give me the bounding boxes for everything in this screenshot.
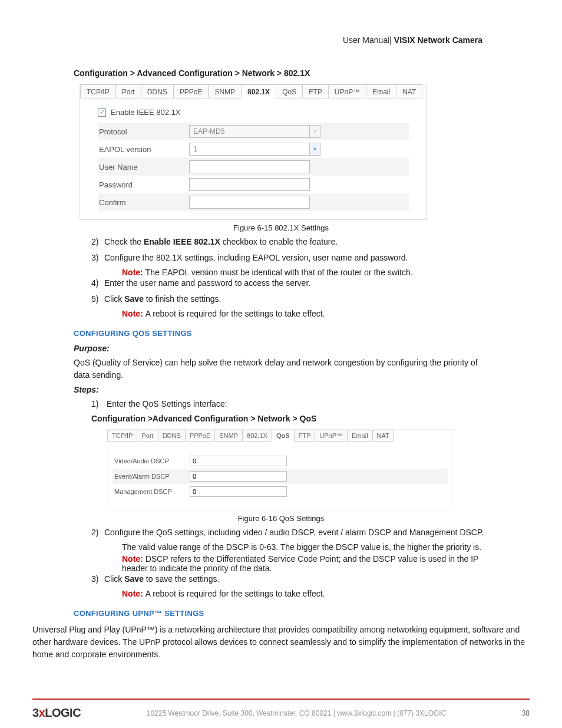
tab-tcpip[interactable]: TCP/IP bbox=[80, 84, 116, 98]
steps-qos-pre: 1) Enter the QoS Settings interface: bbox=[91, 398, 488, 410]
tab-ftp[interactable]: FTP bbox=[302, 84, 329, 98]
note-label: Note: bbox=[122, 589, 146, 598]
tab-qos[interactable]: QoS bbox=[276, 84, 303, 98]
step-extra: The valid value range of the DSCP is 0-6… bbox=[122, 542, 488, 552]
step-item: 4)Enter the user name and password to ac… bbox=[91, 277, 488, 289]
upnp-paragraph: Universal Plug and Play (UPnP™) is a net… bbox=[32, 624, 530, 661]
steps-qos: 2)Configure the QoS settings, including … bbox=[91, 526, 488, 598]
step-note: Note: The EAPOL version must be identica… bbox=[122, 268, 488, 277]
logo-3xlogic: 3xLOGIC bbox=[32, 706, 81, 720]
figure-8021x-settings: TCP/IPPortDDNSPPPoESNMP802.1XQoSFTPUPnP™… bbox=[80, 84, 427, 220]
tab-tcpip[interactable]: TCP/IP bbox=[107, 430, 137, 442]
tab-snmp[interactable]: SNMP bbox=[214, 430, 243, 442]
note-label: Note: bbox=[122, 309, 146, 318]
field-label: EAPOL version bbox=[98, 145, 189, 154]
management-dscp-input[interactable] bbox=[190, 486, 287, 497]
steps-label: Steps: bbox=[74, 385, 488, 394]
chevron-down-icon[interactable]: ▾ bbox=[310, 143, 320, 156]
step-number: 4) bbox=[91, 277, 104, 289]
step-text: Configure the 802.1X settings, including… bbox=[104, 253, 408, 262]
tab-nat[interactable]: NAT bbox=[396, 84, 422, 98]
step-text: Check the Enable IEEE 802.1X checkbox to… bbox=[104, 237, 338, 246]
figure-qos-settings: TCP/IPPortDDNSPPPoESNMP802.1XQoSFTPUPnP™… bbox=[107, 429, 454, 510]
tab-ftp[interactable]: FTP bbox=[294, 430, 316, 442]
protocol-input bbox=[189, 125, 310, 138]
tab-qos[interactable]: QoS bbox=[272, 430, 295, 442]
enable-ieee-8021x-label: Enable IEEE 802.1X bbox=[111, 108, 181, 117]
tab-email[interactable]: Email bbox=[347, 430, 373, 442]
step-text: Click Save to save the settings. bbox=[104, 574, 219, 584]
tabs-8021x: TCP/IPPortDDNSPPPoESNMP802.1XQoSFTPUPnP™… bbox=[80, 84, 427, 100]
tabs-qos: TCP/IPPortDDNSPPPoESNMP802.1XQoSFTPUPnP™… bbox=[107, 430, 454, 443]
header-right: VISIX Network Camera bbox=[394, 35, 482, 45]
tab-upnp[interactable]: UPnP™ bbox=[315, 430, 348, 442]
confirm-input[interactable] bbox=[189, 196, 310, 209]
step-text: Configure the QoS settings, including vi… bbox=[104, 528, 484, 537]
event-alarm-dscp-input[interactable] bbox=[190, 471, 287, 482]
tab-pppoe[interactable]: PPPoE bbox=[173, 84, 209, 98]
form-row: Event/Alarm DSCP bbox=[113, 469, 448, 484]
enable-ieee-8021x-checkbox[interactable]: ✓ bbox=[98, 108, 106, 117]
form-row: Video/Audio DSCP bbox=[113, 453, 448, 469]
tab-pppoe[interactable]: PPPoE bbox=[185, 430, 215, 442]
steps-8021x: 2)Check the Enable IEEE 802.1X checkbox … bbox=[91, 236, 488, 318]
form-row: Protocol▾ bbox=[98, 123, 409, 140]
step-note: Note: A reboot is required for the setti… bbox=[122, 589, 488, 598]
breadcrumb-8021x: Configuration > Advanced Configuration >… bbox=[74, 68, 488, 78]
tab-port[interactable]: Port bbox=[137, 430, 158, 442]
tab-upnp[interactable]: UPnP™ bbox=[328, 84, 366, 98]
step-text: Enter the QoS Settings interface: bbox=[107, 399, 227, 409]
field-label: Protocol bbox=[98, 127, 189, 136]
eapol-version-input[interactable] bbox=[189, 143, 310, 156]
step-item: 2)Check the Enable IEEE 802.1X checkbox … bbox=[91, 236, 488, 248]
tab-nat[interactable]: NAT bbox=[372, 430, 394, 442]
step-number: 1) bbox=[91, 398, 104, 410]
step-item: 3)Configure the 802.1X settings, includi… bbox=[91, 252, 488, 264]
tab-8021x[interactable]: 802.1X bbox=[241, 84, 276, 98]
figure-6-15-caption: Figure 6-15 802.1X Settings bbox=[74, 223, 488, 232]
tab-snmp[interactable]: SNMP bbox=[208, 84, 242, 98]
step-note: Note: A reboot is required for the setti… bbox=[122, 309, 488, 318]
note-label: Note: bbox=[122, 554, 146, 564]
tab-8021x[interactable]: 802.1X bbox=[242, 430, 272, 442]
form-row: EAPOL version▾ bbox=[98, 140, 409, 158]
tab-port[interactable]: Port bbox=[115, 84, 141, 98]
step-number: 5) bbox=[91, 293, 104, 305]
qos-purpose-text: QoS (Quality of Service) can help solve … bbox=[74, 357, 488, 381]
tab-email[interactable]: Email bbox=[366, 84, 396, 98]
field-label: Confirm bbox=[98, 198, 189, 207]
step-number: 3) bbox=[91, 573, 104, 585]
form-row: Password bbox=[98, 176, 409, 193]
step-item: 2)Configure the QoS settings, including … bbox=[91, 526, 488, 539]
footer-rule bbox=[32, 699, 530, 700]
page-header: User Manual| VISIX Network Camera bbox=[32, 35, 530, 45]
field-label: Video/Audio DSCP bbox=[113, 457, 190, 465]
form-row: Confirm bbox=[98, 193, 409, 211]
step-number: 3) bbox=[91, 252, 104, 264]
page-number: 38 bbox=[512, 709, 530, 717]
header-left: User Manual bbox=[343, 35, 389, 45]
footer-address: 10225 Westmoor Drive, Suite 300, Westmin… bbox=[81, 709, 512, 717]
password-input[interactable] bbox=[189, 178, 310, 191]
purpose-label: Purpose: bbox=[74, 344, 488, 353]
chevron-down-icon: ▾ bbox=[310, 125, 320, 138]
breadcrumb-qos: Configuration >Advanced Configuration > … bbox=[91, 414, 488, 423]
field-label: Management DSCP bbox=[113, 488, 190, 495]
section-configuring-qos: CONFIGURING QOS SETTINGS bbox=[74, 329, 488, 338]
note-label: Note: bbox=[122, 268, 146, 277]
step-item: 3)Click Save to save the settings. bbox=[91, 573, 488, 585]
video-audio-dscp-input[interactable] bbox=[190, 456, 287, 466]
tab-ddns[interactable]: DDNS bbox=[158, 430, 186, 442]
figure-6-16-caption: Figure 6-16 QoS Settings bbox=[74, 514, 488, 523]
user-name-input[interactable] bbox=[189, 160, 310, 173]
tab-ddns[interactable]: DDNS bbox=[141, 84, 174, 98]
field-label: Event/Alarm DSCP bbox=[113, 473, 190, 480]
step-number: 2) bbox=[91, 526, 104, 539]
step-text: Click Save to finish the settings. bbox=[104, 294, 221, 304]
field-label: Password bbox=[98, 180, 189, 189]
step-text: Enter the user name and password to acce… bbox=[104, 278, 310, 288]
form-row: User Name bbox=[98, 158, 409, 176]
step-note: Note: DSCP refers to the Differentiated … bbox=[122, 554, 488, 573]
page-footer: 3xLOGIC 10225 Westmoor Drive, Suite 300,… bbox=[32, 706, 530, 720]
step-item: 5)Click Save to finish the settings. bbox=[91, 293, 488, 305]
